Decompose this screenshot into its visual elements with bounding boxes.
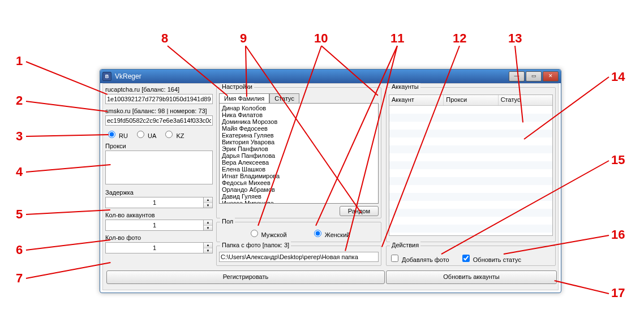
annotation-5: 5	[16, 207, 23, 222]
list-item[interactable]: Елена Шашков	[222, 166, 376, 173]
annotation-6: 6	[16, 243, 23, 257]
proxy-label: Прокси	[105, 143, 213, 149]
annotation-9: 9	[240, 31, 247, 46]
add-photo-checkbox[interactable]: Добавлять фото	[389, 256, 449, 263]
smsko-input[interactable]	[105, 115, 213, 126]
list-item[interactable]: Орландо Абрамов	[222, 186, 376, 193]
annotation-2: 2	[16, 93, 23, 108]
acc-count-stepper[interactable]: ▲▼	[105, 220, 213, 231]
annotation-16: 16	[611, 227, 625, 242]
titlebar[interactable]: B VkReger — ▭ ✕	[100, 70, 561, 83]
update-status-checkbox[interactable]: Обновить статус	[460, 256, 521, 263]
list-item[interactable]: Майя Федосеев	[222, 125, 376, 132]
rucaptcha-label: rucaptcha.ru [баланс: 164]	[105, 86, 213, 93]
smsko-label: smsko.ru [баланс: 98 | номеров: 73]	[105, 108, 213, 114]
accounts-header: Аккаунт Прокси Статус	[389, 95, 552, 106]
spin-down-icon[interactable]: ▼	[204, 248, 212, 253]
client-area: rucaptcha.ru [баланс: 164] smsko.ru [бал…	[102, 83, 559, 290]
annotation-4: 4	[16, 165, 23, 179]
tab-names[interactable]: Имя Фамилия	[219, 93, 269, 103]
country-radio-group: RU UA KZ	[105, 129, 213, 139]
photo-count-label: Кол-во фото	[105, 234, 213, 241]
photo-folder-title: Папка с фото [папок: 3]	[220, 242, 291, 248]
list-item[interactable]: Эрик Панфилов	[222, 145, 376, 152]
list-item[interactable]: Динар Колобов	[222, 105, 376, 111]
delay-label: Задержка	[105, 189, 213, 196]
acc-count-value[interactable]	[106, 220, 203, 230]
spin-up-icon[interactable]: ▲	[204, 243, 212, 248]
list-item[interactable]: Виктория Уварова	[222, 139, 376, 145]
annotation-8: 8	[161, 31, 168, 46]
accounts-group: Аккаунты Аккаунт Прокси Статус	[386, 87, 556, 242]
app-icon: B	[102, 72, 111, 81]
minimize-button[interactable]: —	[509, 71, 525, 81]
photo-count-value[interactable]	[106, 243, 203, 253]
gender-female[interactable]: Женский	[311, 231, 350, 238]
col-status[interactable]: Статус	[499, 95, 552, 105]
actions-title: Действия	[390, 242, 420, 248]
app-window: B VkReger — ▭ ✕ rucaptcha.ru [баланс: 16…	[100, 69, 561, 293]
annotation-1: 1	[16, 54, 23, 68]
rucaptcha-input[interactable]	[105, 94, 213, 104]
annotation-11: 11	[390, 31, 404, 46]
spin-down-icon[interactable]: ▼	[204, 203, 212, 208]
proxy-input[interactable]	[105, 151, 213, 184]
tab-status[interactable]: Статус	[269, 93, 299, 103]
list-item[interactable]: Игнат Владимирова	[222, 173, 376, 179]
spin-down-icon[interactable]: ▼	[204, 226, 212, 231]
annotation-10: 10	[314, 31, 328, 46]
delay-stepper[interactable]: ▲▼	[105, 197, 213, 208]
settings-group: Настройки Имя Фамилия Статус Динар Колоб…	[216, 87, 381, 218]
list-item[interactable]: Доминика Морозов	[222, 118, 376, 125]
list-item[interactable]: Давид Гуляев	[222, 193, 376, 200]
photo-folder-input[interactable]	[219, 252, 379, 262]
annotation-13: 13	[508, 31, 522, 46]
spin-up-icon[interactable]: ▲	[204, 197, 212, 203]
close-button[interactable]: ✕	[543, 71, 559, 81]
annotation-12: 12	[453, 31, 466, 46]
col-proxy[interactable]: Прокси	[444, 95, 498, 105]
window-title: VkReger	[115, 72, 509, 80]
acc-count-label: Кол-во аккаунтов	[105, 212, 213, 218]
country-kz[interactable]: KZ	[162, 132, 184, 139]
list-item[interactable]: Екатерина Гуляев	[222, 132, 376, 139]
annotation-17: 17	[611, 286, 625, 300]
annotation-3: 3	[16, 129, 23, 144]
accounts-title: Аккаунты	[390, 83, 420, 90]
maximize-button[interactable]: ▭	[526, 71, 542, 81]
col-account[interactable]: Аккаунт	[389, 95, 444, 105]
list-item[interactable]: Дарья Панфилова	[222, 152, 376, 159]
country-ru[interactable]: RU	[105, 132, 128, 139]
photo-folder-group: Папка с фото [папок: 3]	[216, 246, 381, 266]
random-button[interactable]: Рандом	[340, 206, 379, 216]
gender-male[interactable]: Мужской	[248, 231, 287, 238]
left-panel: rucaptcha.ru [баланс: 164] smsko.ru [бал…	[105, 86, 213, 253]
settings-title: Настройки	[220, 83, 254, 90]
annotation-14: 14	[611, 70, 625, 84]
annotation-15: 15	[611, 153, 625, 167]
gender-title: Пол	[220, 218, 235, 225]
spin-up-icon[interactable]: ▲	[204, 220, 212, 226]
annotation-7: 7	[16, 271, 23, 286]
actions-group: Действия Добавлять фото Обновить статус	[386, 246, 556, 266]
delay-value[interactable]	[106, 197, 203, 208]
accounts-body	[389, 106, 552, 235]
list-item[interactable]: Вера Алексеева	[222, 159, 376, 166]
refresh-accounts-button[interactable]: Обновить аккаунты	[386, 270, 557, 284]
list-item[interactable]: Федосья Михеев	[222, 179, 376, 186]
gender-group: Пол Мужской Женский	[216, 222, 381, 242]
accounts-table[interactable]: Аккаунт Прокси Статус	[389, 94, 553, 236]
list-item[interactable]: Ника Филатов	[222, 111, 376, 118]
photo-count-stepper[interactable]: ▲▼	[105, 242, 213, 253]
register-button[interactable]: Регистрировать	[106, 270, 385, 284]
list-item[interactable]: Инесса Миронова	[222, 200, 376, 204]
country-ua[interactable]: UA	[134, 132, 156, 139]
names-list[interactable]: Динар КолобовНика ФилатовДоминика Морозо…	[219, 103, 379, 204]
